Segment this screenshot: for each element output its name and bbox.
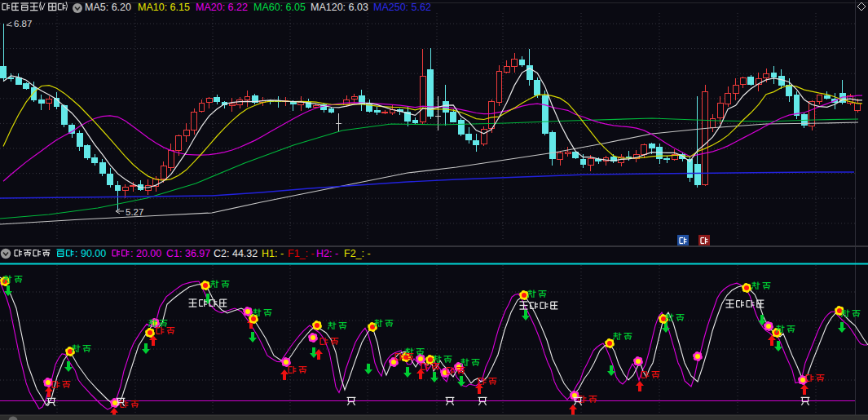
svg-text:C2: 44.32: C2: 44.32: [214, 248, 258, 259]
svg-text:: 20.00: : 20.00: [130, 248, 161, 259]
svg-text:H2: -: H2: -: [316, 248, 338, 259]
svg-text:5.27: 5.27: [126, 207, 143, 217]
svg-text:H1: -: H1: -: [262, 248, 284, 259]
svg-text:F2_: -: F2_: -: [344, 248, 371, 259]
svg-text:C1: 36.97: C1: 36.97: [166, 248, 210, 259]
svg-text:MA5: 6.20: MA5: 6.20: [85, 2, 131, 13]
svg-text:MA60: 6.05: MA60: 6.05: [253, 2, 306, 13]
svg-text:6.87: 6.87: [14, 19, 32, 29]
svg-text:MA120: 6.03: MA120: 6.03: [311, 2, 368, 13]
svg-text:MA10: 6.15: MA10: 6.15: [138, 2, 190, 13]
svg-text:: 90.00: : 90.00: [75, 248, 106, 259]
svg-text:MA20: 6.22: MA20: 6.22: [196, 2, 248, 13]
svg-text:MA250: 5.62: MA250: 5.62: [373, 2, 431, 13]
svg-text:F1_: -: F1_: -: [288, 248, 315, 259]
